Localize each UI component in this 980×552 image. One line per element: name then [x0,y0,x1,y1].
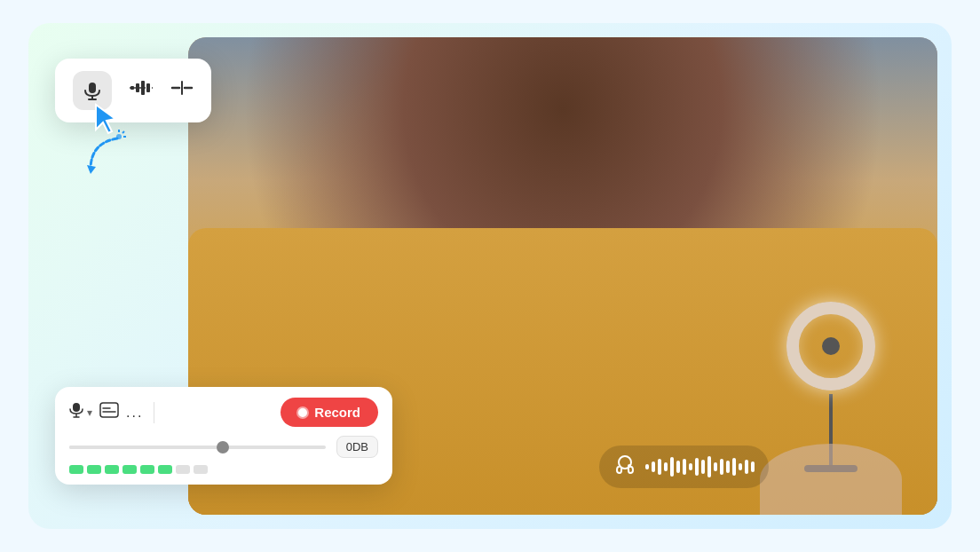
level-bar [122,465,137,474]
volume-slider[interactable] [69,446,326,449]
divider [154,402,154,423]
audio-waveform-overlay [599,446,769,488]
level-bar [69,465,83,474]
wave-bar [664,462,668,471]
recording-toolbar: ▾ ... Record 0DB [55,387,392,485]
wave-bar [720,459,723,475]
wave-bar [670,457,674,477]
svg-marker-12 [87,165,96,174]
wave-bar [689,463,692,470]
wave-bar [652,461,655,472]
desk [760,444,902,515]
record-dot-icon [298,408,307,417]
denoise-button[interactable] [130,78,153,103]
svg-rect-2 [89,83,96,93]
split-audio-button[interactable] [170,78,194,103]
wave-bar [732,458,736,476]
level-bar [194,465,208,474]
toolbar-widget [55,59,211,122]
curved-arrow-indicator [73,121,144,192]
level-bar [87,465,101,474]
slider-thumb[interactable] [217,441,229,453]
ring-circle [786,302,875,390]
level-bar [176,465,190,474]
wave-bar [683,459,686,475]
slider-fill [69,446,223,449]
wave-bar [676,461,680,473]
svg-point-13 [116,134,122,139]
wave-bar [645,464,649,469]
wave-bar [658,459,661,475]
level-bar [158,465,172,474]
captions-button[interactable] [99,402,119,422]
more-options-button[interactable]: ... [126,405,143,421]
chevron-down-icon: ▾ [87,406,92,419]
wave-bar [695,458,699,476]
svg-line-15 [122,131,124,133]
volume-slider-row: 0DB [69,436,378,458]
waveform [645,456,755,477]
wave-bar [751,461,755,472]
record-label: Record [314,405,360,420]
svg-rect-17 [73,403,80,412]
wave-bar [745,460,748,474]
main-container: ▾ ... Record 0DB [28,23,952,529]
wave-bar [714,462,717,471]
wave-bar [739,463,742,470]
level-bar [140,465,154,474]
db-value-label: 0DB [336,436,378,458]
mic-icon [69,402,83,422]
svg-point-1 [628,464,631,468]
record-button[interactable]: Record [281,398,378,427]
mic-selector[interactable]: ▾ [69,402,92,422]
headphone-icon [613,453,636,481]
level-meter [69,465,378,474]
recording-controls-row: ▾ ... Record [69,398,378,427]
wave-bar [701,460,705,474]
level-bar [105,465,119,474]
wave-bar [726,461,730,473]
svg-rect-20 [100,403,118,417]
wave-bar [707,456,711,477]
